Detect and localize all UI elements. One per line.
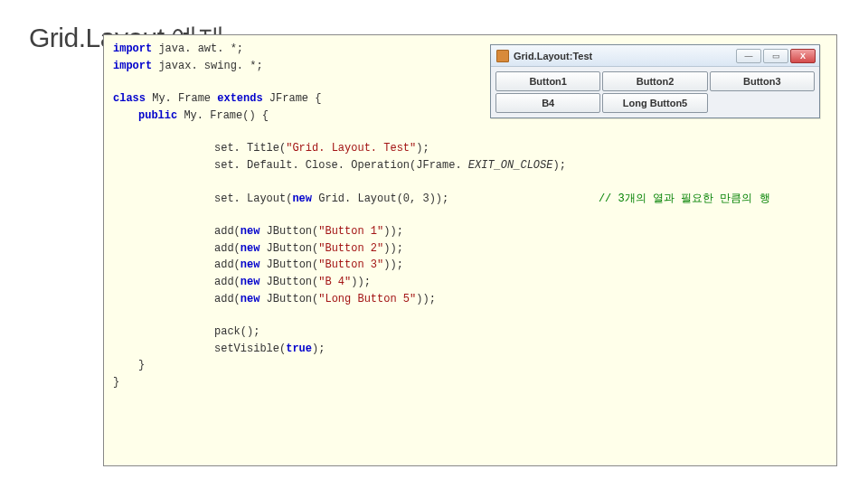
- string-literal: "Long Button 5": [318, 293, 416, 305]
- kw-class: class: [113, 92, 146, 105]
- code-text: pack();: [214, 325, 259, 338]
- kw-import: import: [113, 42, 152, 55]
- code-text: set. Default. Close. Operation(JFrame.: [214, 159, 468, 172]
- string-literal: "Button 2": [318, 242, 383, 255]
- code-text: JButton(: [259, 242, 318, 255]
- string-literal: "Button 3": [318, 258, 383, 271]
- code-text: JButton(: [259, 276, 318, 288]
- mock-window-title: Grid.Layout:Test: [514, 51, 734, 61]
- jbutton-3[interactable]: Button3: [710, 71, 815, 91]
- code-text: add(: [214, 258, 241, 271]
- string-literal: "B 4": [318, 276, 351, 288]
- mock-body: Button1 Button2 Button3 B4 Long Button5: [491, 67, 819, 117]
- mock-titlebar: Grid.Layout:Test — ▭ X: [491, 45, 819, 67]
- kw-new: new: [241, 242, 260, 255]
- kw-true: true: [286, 343, 312, 355]
- code-text: set. Layout(: [214, 192, 292, 205]
- code-text: add(: [214, 276, 241, 288]
- code-text: Grid. Layout(0, 3));: [312, 192, 448, 205]
- spacer: [448, 192, 599, 205]
- code-text: ));: [383, 258, 403, 271]
- code-text: add(: [214, 242, 241, 255]
- code-text: javax. swing. *;: [152, 60, 262, 72]
- code-text: java. awt. *;: [152, 42, 243, 55]
- jbutton-4[interactable]: B4: [495, 93, 600, 113]
- code-text: JButton(: [259, 293, 318, 305]
- string-literal: "Grid. Layout. Test": [286, 142, 416, 155]
- code-text: setVisible(: [214, 343, 286, 355]
- code-text: );: [552, 159, 565, 172]
- code-text: add(: [214, 225, 241, 238]
- code-text: add(: [214, 293, 241, 305]
- kw-new: new: [241, 225, 260, 238]
- code-text: );: [416, 142, 429, 155]
- kw-extends: extends: [217, 92, 262, 105]
- jbutton-1[interactable]: Button1: [495, 71, 600, 91]
- code-text: My. Frame() {: [177, 109, 269, 122]
- maximize-button[interactable]: ▭: [763, 49, 788, 63]
- close-button[interactable]: X: [790, 49, 816, 63]
- comment: // 3개의 열과 필요한 만큼의 행: [599, 192, 770, 205]
- jbutton-2[interactable]: Button2: [602, 71, 707, 91]
- constant: EXIT_ON_CLOSE: [468, 159, 553, 172]
- kw-new: new: [241, 276, 260, 288]
- kw-new: new: [241, 258, 260, 271]
- code-text: set. Title(: [214, 142, 286, 155]
- code-text: JButton(: [259, 258, 318, 271]
- code-panel: import java. awt. *; import javax. swing…: [103, 34, 837, 466]
- code-text: ));: [383, 242, 403, 255]
- kw-public: public: [138, 109, 177, 122]
- code-text: );: [312, 343, 325, 355]
- code-text: JButton(: [259, 225, 318, 238]
- code-text: ));: [351, 276, 371, 288]
- java-cup-icon: [496, 50, 509, 62]
- code-text: ));: [383, 225, 403, 238]
- code-text: My. Frame: [146, 92, 217, 105]
- brace: }: [113, 376, 119, 389]
- minimize-button[interactable]: —: [736, 49, 761, 63]
- string-literal: "Button 1": [318, 225, 383, 238]
- code-text: ));: [416, 293, 436, 305]
- code-text: JFrame {: [263, 92, 322, 105]
- jbutton-5[interactable]: Long Button5: [602, 93, 707, 113]
- kw-import: import: [113, 60, 152, 72]
- kw-new: new: [292, 192, 312, 205]
- mock-window: Grid.Layout:Test — ▭ X Button1 Button2 B…: [490, 44, 820, 118]
- kw-new: new: [241, 293, 260, 305]
- brace: }: [138, 359, 145, 371]
